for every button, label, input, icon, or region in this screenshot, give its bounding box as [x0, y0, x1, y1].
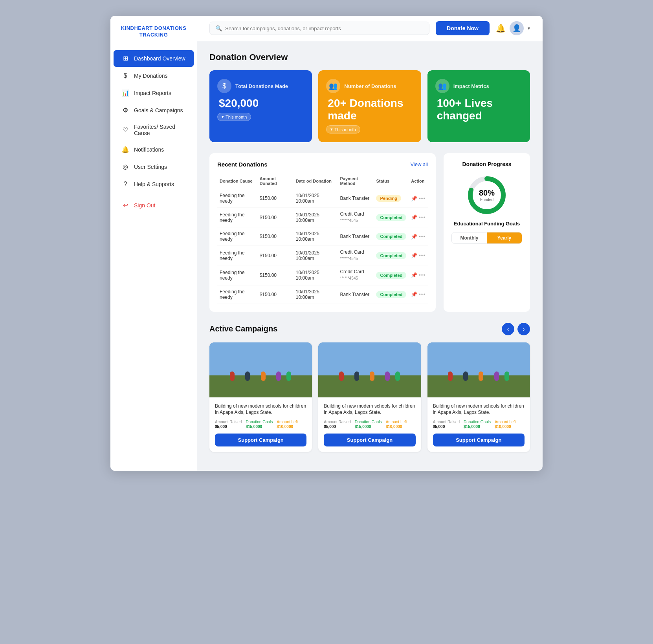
next-arrow-button[interactable]: › — [517, 323, 530, 335]
action-icons: 📌 ••• — [411, 196, 426, 201]
sidebar-item-label: Goals & Campaigns — [134, 107, 183, 113]
amount-cell: $150.00 — [257, 227, 293, 246]
action-cell: 📌 ••• — [409, 265, 428, 285]
bottom-section: Recent Donations View all Donation Cause… — [209, 153, 530, 312]
donate-now-button[interactable]: Donate Now — [436, 21, 490, 35]
amount-raised-stat: Amount Raised $5,000 — [433, 420, 460, 429]
more-options-icon[interactable]: ••• — [419, 272, 426, 278]
support-campaign-button[interactable]: Support Campaign — [433, 434, 525, 446]
sidebar-item-donations[interactable]: $ My Donations — [114, 68, 194, 84]
support-campaign-button[interactable]: Support Campaign — [324, 434, 415, 446]
action-icons: 📌 ••• — [411, 234, 426, 240]
campaign-body: Building of new modern schools for child… — [427, 397, 530, 452]
card-top: $ Total Donations Made — [217, 79, 304, 93]
search-bar[interactable]: 🔍 — [209, 22, 429, 35]
amount-raised-value: $5,000 — [433, 424, 445, 429]
date-cell: 10/01/2025 10:00am — [293, 189, 338, 208]
cause-cell: Feeding the needy — [217, 285, 257, 304]
bell-icon[interactable]: 🔔 — [496, 24, 506, 33]
card-filter[interactable]: ▾ This month — [217, 113, 251, 121]
sidebar-item-favorites[interactable]: ♡ Favorites/ Saved Cause — [114, 119, 194, 141]
col-date: Date od Donation — [293, 173, 338, 189]
date-cell: 10/01/2025 10:00am — [293, 208, 338, 227]
sidebar-item-goals[interactable]: ⚙ Goals & Campaigns — [114, 102, 194, 119]
card-filter[interactable]: ▾ This month — [326, 125, 360, 134]
pin-icon[interactable]: 📌 — [411, 252, 417, 258]
pin-icon[interactable]: 📌 — [411, 196, 417, 201]
amount-raised-value: $5,000 — [215, 424, 227, 429]
amount-left-value: $10,0000 — [277, 424, 293, 429]
pin-icon[interactable]: 📌 — [411, 291, 417, 297]
campaigns-header: Active Campaigns ‹ › — [209, 323, 530, 335]
payment-cell: Bank Transfer — [340, 292, 369, 297]
status-badge: Completed — [376, 272, 406, 279]
payment-cell: Credit Card******4545 — [340, 211, 371, 223]
app-window: KINDHEART DONATIONS TRACKING ⊞ Dashboard… — [110, 16, 543, 471]
more-options-icon[interactable]: ••• — [419, 252, 426, 258]
view-all-link[interactable]: View all — [410, 161, 428, 167]
chevron-down-icon: ▾ — [222, 114, 224, 119]
more-options-icon[interactable]: ••• — [419, 234, 426, 240]
table-row: Feeding the needy $150.00 10/01/2025 10:… — [217, 227, 428, 246]
amount-left-label: Amount Left — [495, 420, 516, 424]
action-cell: 📌 ••• — [409, 208, 428, 227]
amount-left-value: $10,0000 — [386, 424, 402, 429]
table-row: Feeding the needy $150.00 10/01/2025 10:… — [217, 208, 428, 227]
sidebar-item-signout[interactable]: ↩ Sign Out — [114, 197, 194, 214]
sidebar-item-notifications[interactable]: 🔔 Notifications — [114, 141, 194, 158]
action-icons: 📌 ••• — [411, 272, 426, 278]
sidebar: KINDHEART DONATIONS TRACKING ⊞ Dashboard… — [110, 16, 197, 471]
amount-raised-value: $5,000 — [324, 424, 336, 429]
action-cell: 📌 ••• — [409, 189, 428, 208]
col-cause: Donation Cause — [217, 173, 257, 189]
toggle-yearly-button[interactable]: Yearly — [487, 232, 522, 243]
favorites-icon: ♡ — [121, 126, 129, 134]
prev-arrow-button[interactable]: ‹ — [502, 323, 514, 335]
table-row: Feeding the needy $150.00 10/01/2025 10:… — [217, 265, 428, 285]
signout-icon: ↩ — [121, 201, 129, 209]
amount-left-value: $10,0000 — [495, 424, 511, 429]
col-action: Action — [409, 173, 428, 189]
campaign-image-simulation — [318, 342, 421, 397]
cause-cell: Feeding the needy — [217, 265, 257, 285]
amount-left-label: Amount Left — [386, 420, 407, 424]
campaign-description: Building of new modern schools for child… — [324, 403, 415, 416]
main-content: Donation Overview $ Total Donations Made… — [197, 41, 543, 471]
settings-icon: ◎ — [121, 163, 129, 171]
sidebar-item-dashboard[interactable]: ⊞ Dashboard Overview — [114, 50, 194, 67]
chevron-down-icon[interactable]: ▾ — [528, 26, 530, 31]
donations-table-wrap: Recent Donations View all Donation Cause… — [209, 153, 436, 312]
sidebar-item-label: Sign Out — [134, 202, 155, 209]
action-cell: 📌 ••• — [409, 285, 428, 304]
more-options-icon[interactable]: ••• — [419, 196, 426, 201]
sidebar-item-help[interactable]: ? Help & Supports — [114, 176, 194, 192]
support-campaign-button[interactable]: Support Campaign — [215, 434, 306, 446]
pin-icon[interactable]: 📌 — [411, 214, 417, 220]
donation-goals-value: $15,0000 — [355, 424, 371, 429]
search-input[interactable] — [225, 26, 424, 31]
card-value: 100+ Lives changed — [435, 97, 522, 122]
dollar-icon: $ — [217, 79, 231, 93]
date-cell: 10/01/2025 10:00am — [293, 265, 338, 285]
avatar: 👤 — [510, 21, 524, 35]
sidebar-item-label: Notifications — [134, 146, 164, 153]
impact-icon: 👥 — [435, 79, 449, 93]
donation-progress-panel: Donation Progress 80% Funded Educati — [444, 153, 530, 312]
toggle-monthly-button[interactable]: Monthly — [452, 232, 487, 243]
sidebar-item-settings[interactable]: ◎ User Settings — [114, 159, 194, 175]
sidebar-item-label: Help & Supports — [134, 181, 174, 187]
pin-icon[interactable]: 📌 — [411, 272, 417, 278]
payment-cell: Bank Transfer — [340, 234, 369, 239]
pin-icon[interactable]: 📌 — [411, 234, 417, 240]
sidebar-item-reports[interactable]: 📊 Impact Reports — [114, 85, 194, 101]
amount-left-label: Amount Left — [277, 420, 298, 424]
more-options-icon[interactable]: ••• — [419, 214, 426, 220]
campaign-image — [427, 342, 530, 397]
status-badge: Completed — [376, 214, 406, 221]
campaigns-title: Active Campaigns — [209, 324, 277, 333]
status-badge: Completed — [376, 291, 406, 298]
status-cell: Completed — [374, 265, 409, 285]
campaign-description: Building of new modern schools for child… — [433, 403, 525, 416]
more-options-icon[interactable]: ••• — [419, 291, 426, 297]
donation-goals-value: $15,0000 — [246, 424, 262, 429]
